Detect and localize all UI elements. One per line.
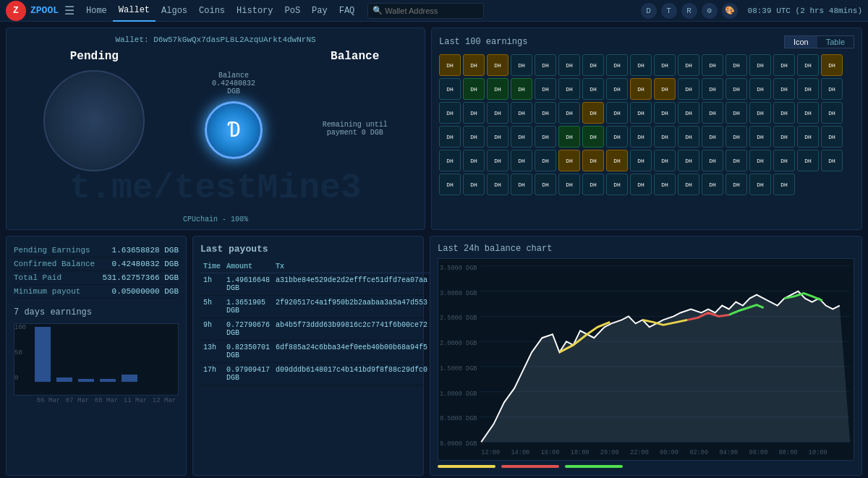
- earning-cell: DH: [511, 126, 532, 148]
- palette-icon[interactable]: 🎨: [722, 3, 738, 19]
- pending-section: Pending: [43, 50, 145, 179]
- svg-text:3.0000 DGB: 3.0000 DGB: [440, 290, 477, 297]
- earning-cell: DH: [582, 174, 604, 195]
- svg-text:08:00: 08:00: [779, 449, 798, 456]
- earning-cell: DH: [582, 54, 604, 76]
- payout-time-1: 5h: [200, 296, 224, 318]
- payout-row: 13h 0.82350701 DGB 6df885a24c6bba34ef0ee…: [200, 341, 430, 363]
- balance-value: 0.42480832: [212, 80, 255, 88]
- earning-cell: DH: [558, 150, 580, 171]
- payout-tx-3: 6df885a24c6bba34ef0eeb40b00b68a94f5: [273, 341, 430, 363]
- x-label-06mar: 06 Mar: [37, 397, 60, 404]
- search-bar: 🔍: [367, 3, 484, 19]
- stat-value-1: 0.42480832 DGB: [112, 260, 179, 268]
- stat-row: Confirmed Balance0.42480832 DGB: [14, 257, 179, 271]
- row2: Pending Earnings1.63658828 DGBConfirmed …: [6, 236, 862, 476]
- earning-cell: DH: [654, 126, 676, 148]
- svg-text:0.0000 DGB: 0.0000 DGB: [440, 440, 477, 448]
- earning-cell: DH: [487, 78, 509, 100]
- earning-cell: DH: [749, 174, 771, 195]
- earning-cell: DH: [535, 54, 556, 76]
- payout-time-4: 17h: [200, 363, 224, 385]
- earning-cell: DH: [821, 54, 843, 76]
- view-toggle: Icon Table: [784, 35, 854, 48]
- earning-cell: DH: [726, 78, 747, 100]
- chart-7d: 100 50 0: [14, 323, 179, 396]
- earning-cell: DH: [582, 102, 604, 124]
- earning-cell: DH: [606, 78, 628, 100]
- pending-circle: [43, 70, 145, 171]
- discord-icon[interactable]: D: [641, 3, 657, 19]
- earning-cell: DH: [511, 78, 532, 100]
- earning-cell: DH: [654, 78, 676, 100]
- earning-cell: DH: [726, 150, 747, 171]
- earning-cell: DH: [487, 174, 509, 195]
- stat-label-2: Total Paid: [14, 273, 61, 282]
- svg-text:22:00: 22:00: [630, 449, 649, 456]
- earning-cell: DH: [821, 102, 843, 124]
- icon-view-button[interactable]: Icon: [785, 36, 817, 48]
- bar-06mar: [35, 327, 51, 382]
- balance-info: Balance 0.42480832 DGB: [212, 72, 255, 95]
- payout-tx-1: 2f920517c4a1f950b2b2aabaa3a5a47d553: [273, 296, 430, 318]
- earning-cell: DH: [487, 126, 509, 148]
- svg-text:0.5000 DGB: 0.5000 DGB: [440, 415, 477, 422]
- nav-wallet[interactable]: Wallet: [113, 0, 156, 22]
- svg-text:2.0000 DGB: 2.0000 DGB: [440, 340, 477, 347]
- earning-cell: DH: [511, 150, 532, 171]
- svg-text:12:00: 12:00: [481, 449, 500, 456]
- earning-cell: DH: [749, 54, 771, 76]
- nav-home[interactable]: Home: [80, 0, 113, 22]
- search-input[interactable]: [385, 7, 479, 15]
- earning-cell: DH: [773, 126, 795, 148]
- settings-icon[interactable]: ⚙: [702, 3, 718, 19]
- nav-pos[interactable]: PoS: [279, 0, 307, 22]
- earning-cell: DH: [654, 150, 676, 171]
- bar-07mar: [56, 377, 72, 382]
- nav-algos[interactable]: Algos: [156, 0, 193, 22]
- earning-cell: DH: [487, 102, 509, 124]
- earning-cell: DH: [702, 54, 723, 76]
- nav-history[interactable]: History: [231, 0, 278, 22]
- reddit-icon[interactable]: R: [681, 3, 697, 19]
- stat-row: Total Paid531.62757366 DGB: [14, 271, 179, 285]
- bar-08mar: [78, 379, 94, 382]
- twitter-icon[interactable]: T: [661, 3, 677, 19]
- chart24-title: Last 24h balance chart: [438, 244, 854, 254]
- svg-text:18:00: 18:00: [571, 449, 590, 456]
- svg-text:3.5000 DGB: 3.5000 DGB: [440, 265, 477, 272]
- earning-cell: DH: [487, 54, 509, 76]
- earning-cell: DH: [535, 126, 556, 148]
- site-logo: Z: [6, 1, 26, 21]
- earning-cell: DH: [654, 102, 676, 124]
- table-view-button[interactable]: Table: [817, 36, 854, 48]
- earning-cell: DH: [678, 54, 699, 76]
- earning-cell: DH: [606, 126, 628, 148]
- payout-row: 17h 0.97909417 DGB d09dddb6148017c4b141b…: [200, 363, 430, 385]
- earning-cell: DH: [702, 126, 723, 148]
- earning-cell: DH: [654, 174, 676, 195]
- stat-label-1: Confirmed Balance: [14, 260, 95, 268]
- nav-faq[interactable]: FAQ: [333, 0, 361, 22]
- hamburger-icon[interactable]: ☰: [64, 4, 75, 18]
- payout-time-2: 9h: [200, 318, 224, 341]
- nav-pay[interactable]: Pay: [306, 0, 333, 22]
- earning-cell: DH: [463, 102, 485, 124]
- earning-cell: DH: [821, 126, 843, 148]
- stat-label-0: Pending Earnings: [14, 246, 90, 255]
- nav-coins[interactable]: Coins: [193, 0, 231, 22]
- earning-cell: DH: [558, 174, 580, 195]
- earning-cell: DH: [821, 78, 843, 100]
- earning-cell: DH: [678, 102, 699, 124]
- payout-tx-0: a31bbe84e529de2d2efffce51dfd7ea07aa: [273, 273, 430, 296]
- earning-cell: DH: [654, 54, 676, 76]
- earning-cell: DH: [535, 78, 556, 100]
- earning-cell: DH: [630, 150, 652, 171]
- stat-value-3: 0.05000000 DGB: [112, 287, 179, 296]
- earning-cell: DH: [702, 150, 723, 171]
- earning-cell: DH: [678, 174, 699, 195]
- earnings-header: Last 100 earnings Icon Table: [439, 35, 854, 48]
- social-icons: D T R ⚙ 🎨 08:39 UTC (2 hrs 48mins): [641, 3, 862, 19]
- balance-unit: DGB: [212, 88, 255, 95]
- legend-red: [501, 465, 559, 468]
